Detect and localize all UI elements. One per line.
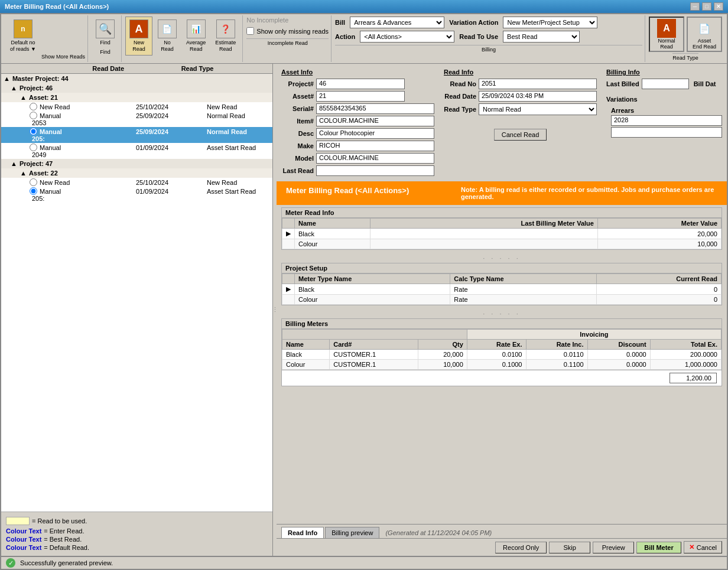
asset-21-header[interactable]: ▲ Asset: 21 (1, 93, 272, 102)
make-value: RICOH (316, 141, 434, 151)
row-radio[interactable] (30, 144, 37, 151)
arrears-label: Arrears (611, 107, 722, 114)
find-icon: 🔍 (96, 19, 115, 38)
project-no-row: Project# 46 (281, 79, 434, 89)
record-only-btn[interactable]: Record Only (495, 542, 547, 553)
no-incomplete-label: No Incomplete (246, 17, 329, 24)
no-read-btn[interactable]: 📄 NoRead (154, 17, 181, 56)
minimize-btn[interactable]: ─ (690, 2, 700, 11)
tree-row[interactable]: New Read 25/10/2024 New Read (1, 102, 272, 111)
read-info-tab[interactable]: Read Info (281, 527, 324, 538)
billing-section-label: Billing (335, 45, 642, 53)
bm-rate-ex-cell: 0.0100 (467, 350, 526, 360)
desc-row: Desc Colour Photocopier (281, 128, 434, 139)
row-date: 25/10/2024 (136, 179, 207, 186)
estimate-read-btn[interactable]: ❓ EstimateRead (211, 17, 240, 56)
tree-row[interactable]: Manual 01/09/2024 Asset Start Read 2049 (1, 143, 272, 159)
last-billing-cell (370, 229, 598, 239)
read-type-select[interactable]: Normal Read Asset Start Read Asset End R… (479, 103, 597, 115)
read-info-section: Read Info Read No 2051 Read Date 25/09/2… (444, 69, 597, 176)
find-btn[interactable]: 🔍 Find (92, 17, 119, 49)
default-reads-icon: n (14, 19, 32, 38)
maximize-btn[interactable]: □ (702, 2, 711, 11)
read-type-group: A NormalRead 📄 AssetEnd Read Read Type (646, 15, 724, 62)
skip-btn[interactable]: Skip (549, 542, 590, 553)
notification-banner: Meter Billing Read (<All Actions>) Note:… (277, 181, 727, 205)
variations-label: Variations (606, 96, 722, 103)
calc-type-cell: Rate (450, 295, 597, 305)
average-read-icon: 📊 (187, 19, 206, 38)
project-46-header[interactable]: ▲ Project: 46 (1, 83, 272, 93)
row-radio[interactable] (30, 112, 37, 119)
expand-col-header (282, 274, 295, 284)
row-radio-selected[interactable] (30, 128, 37, 135)
tree-row[interactable]: Manual 01/09/2024 Asset Start Read 205: (1, 187, 272, 203)
project-47-header[interactable]: ▲ Project: 47 (1, 159, 272, 168)
bill-meter-btn[interactable]: Bill Meter (636, 542, 681, 553)
asset-end-read-icon: 📄 (695, 19, 714, 38)
bm-qty-cell: 10,000 (418, 360, 467, 370)
asset-end-read-btn[interactable]: 📄 AssetEnd Read (687, 17, 722, 52)
close-btn[interactable]: ✕ (714, 2, 723, 11)
asset-no-row: Asset# 21 (281, 91, 434, 102)
average-read-btn[interactable]: 📊 AverageRead (182, 17, 210, 56)
bm-card-cell: CUSTOMER.1 (330, 360, 418, 370)
show-more-reads-label: Show More Reads (41, 54, 85, 61)
asset-info-title: Asset Info (281, 69, 434, 76)
arrears-value: 2028 (611, 115, 722, 126)
meter-read-info-box: Meter Read Info Name Last Billing Meter … (281, 207, 722, 250)
tree-row[interactable]: New Read 25/10/2024 New Read (1, 178, 272, 187)
variation-action-select[interactable]: New Meter/Project Setup Normal Read Asse… (503, 17, 597, 28)
row-radio[interactable] (30, 103, 37, 110)
toolbar: n Default noof reads ▼ Show More Reads 🔍… (1, 14, 727, 64)
default-reads-btn[interactable]: n Default noof reads ▼ (6, 17, 40, 56)
row-name-selected: Manual (40, 128, 62, 135)
colour-text-2: Colour Text (6, 536, 41, 543)
tree-collapse-22-icon: ▲ (20, 170, 27, 177)
row-type: Normal Read (207, 112, 270, 119)
notification-title: Meter Billing Read (<All Actions>) (286, 186, 451, 195)
read-date-row: Read Date 25/09/2024 03:48 PM (444, 91, 597, 102)
action-select[interactable]: <All Actions> Record Only Skip Preview B… (360, 31, 454, 43)
asset-22-header[interactable]: ▲ Asset: 22 (1, 168, 272, 178)
find-label: Find (100, 40, 110, 46)
row-radio[interactable] (30, 187, 37, 195)
action-bar: Record Only Skip Preview Bill Meter ✕ Ca… (277, 538, 727, 556)
project-setup-row: ▶ Black Rate 0 (282, 284, 722, 295)
row-radio[interactable] (30, 178, 37, 186)
status-bar: ✓ Successfully generated preview. (1, 556, 727, 569)
read-actions-group: A NewRead 📄 NoRead 📊 AverageRead ❓ Estim… (123, 15, 243, 62)
invoicing-header: Invoicing (467, 330, 721, 340)
tree-container[interactable]: ▲ Master Project: 44 ▲ Project: 46 ▲ Ass… (1, 74, 272, 512)
meter-read-info-title: Meter Read Info (282, 208, 722, 218)
bm-qty-cell: 20,000 (418, 350, 467, 360)
normal-read-label: NormalRead (658, 38, 675, 50)
new-read-btn[interactable]: A NewRead (125, 17, 152, 56)
asset-end-read-label: AssetEnd Read (693, 38, 716, 50)
read-to-use-select[interactable]: Best Read Normal Read Asset Start Read (503, 31, 580, 43)
cancel-label: Cancel (697, 544, 717, 551)
default-reads-label: Default noof reads ▼ (10, 40, 36, 53)
master-project-header[interactable]: ▲ Master Project: 44 (1, 74, 272, 83)
billing-preview-tab[interactable]: Billing preview (325, 527, 379, 538)
legend: = Read to be used. Colour Text = Enter R… (1, 512, 272, 556)
expand-cell[interactable]: ▶ (282, 229, 295, 239)
no-read-icon: 📄 (158, 19, 177, 38)
row-value: 2053 (32, 119, 136, 126)
tree-row-selected[interactable]: Manual 25/09/2024 Normal Read 205: (1, 127, 272, 143)
bill-select[interactable]: Arrears & Advances Arrears Only Advances… (350, 17, 444, 28)
expand-cell[interactable]: ▶ (282, 284, 295, 295)
preview-btn[interactable]: Preview (593, 542, 634, 553)
cancel-action-btn[interactable]: ✕ Cancel (684, 541, 722, 553)
row-type: New Read (207, 103, 270, 110)
cancel-read-btn[interactable]: Cancel Read (494, 129, 547, 141)
show-missing-checkbox[interactable] (246, 27, 254, 35)
tree-collapse-icon: ▲ (4, 75, 10, 82)
yellow-legend-label: = Read to be used. (32, 517, 87, 525)
bm-name-cell: Colour (282, 360, 330, 370)
tree-row[interactable]: Manual 25/09/2024 Normal Read 2053 (1, 111, 272, 127)
normal-read-type-btn[interactable]: A NormalRead (649, 17, 684, 52)
last-billing-col-header: Last Billing Meter Value (370, 219, 598, 229)
row-type: Asset Start Read (207, 188, 270, 195)
title-bar: Meter Billing Read (<All Actions>) ─ □ ✕ (0, 0, 728, 13)
